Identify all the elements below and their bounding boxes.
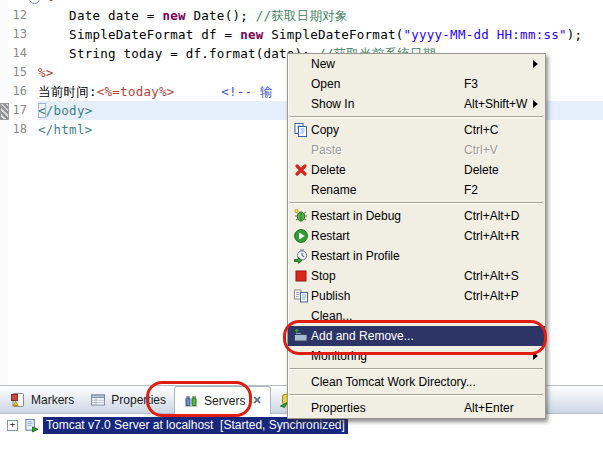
code-line-13[interactable]: SimpleDateFormat df = new SimpleDateForm…: [38, 25, 603, 44]
no-icon: [291, 400, 311, 416]
no-icon: [291, 308, 311, 324]
menu-item-label: Restart in Debug: [311, 209, 401, 223]
no-icon: [291, 96, 311, 112]
menu-item-label: Open: [311, 77, 340, 91]
line-number-16: 16: [8, 82, 30, 101]
publish-icon: [291, 288, 311, 304]
restart-profile-icon: [291, 248, 311, 264]
menu-item-shortcut: Alt+Enter: [464, 401, 514, 415]
menu-item-clean-tomcat-work-directory[interactable]: Clean Tomcat Work Directory...: [288, 372, 545, 392]
no-icon: [291, 56, 311, 72]
menu-item-monitoring[interactable]: Monitoring: [288, 346, 545, 366]
delete-icon: [291, 162, 311, 178]
restart-icon: [291, 228, 311, 244]
menu-item-properties[interactable]: PropertiesAlt+Enter: [288, 398, 545, 418]
menu-item-add-and-remove[interactable]: Add and Remove...: [288, 326, 545, 346]
submenu-arrow-icon: [533, 60, 538, 68]
eclipse-window: 1112131415161718 <% Date date = new Date…: [0, 0, 603, 476]
code-token: SimpleDateFormat df =: [38, 27, 240, 42]
server-label: Tomcat v7.0 Server at localhost [Started…: [43, 417, 348, 434]
menu-item-label: Add and Remove...: [311, 329, 414, 343]
menu-item-delete[interactable]: DeleteDelete: [288, 160, 545, 180]
menu-item-shortcut: Ctrl+Alt+S: [464, 269, 519, 283]
menu-item-label: Rename: [311, 183, 356, 197]
menu-item-stop[interactable]: StopCtrl+Alt+S: [288, 266, 545, 286]
menu-item-shortcut: Ctrl+Alt+P: [464, 289, 519, 303]
code-token: Date();: [186, 8, 256, 23]
menu-item-shortcut: Ctrl+V: [464, 143, 498, 157]
code-token: SimpleDateFormat(: [264, 27, 404, 42]
restart-debug-icon: [291, 208, 311, 224]
tab-servers[interactable]: Servers✕: [174, 386, 271, 414]
tab-properties[interactable]: Properties: [82, 386, 174, 413]
menu-item-shortcut: Ctrl+C: [464, 123, 498, 137]
menu-item-label: New: [311, 57, 335, 71]
code-token: 当前时间:: [38, 84, 97, 99]
code-token: <%: [38, 0, 54, 4]
no-icon: [291, 374, 311, 390]
code-token: </html>: [38, 122, 92, 137]
menu-item-label: Paste: [311, 143, 342, 157]
menu-item-publish[interactable]: PublishCtrl+Alt+P: [288, 286, 545, 306]
menu-item-open[interactable]: OpenF3: [288, 74, 545, 94]
code-token: /body>: [46, 103, 93, 118]
menu-item-label: Clean...: [311, 309, 352, 323]
code-token: <%=today%>: [97, 84, 175, 99]
tab-close-icon[interactable]: ✕: [252, 394, 261, 407]
code-token: //获取日期对象: [256, 8, 348, 23]
line-number-17: 17: [8, 101, 30, 120]
code-token: <: [38, 103, 46, 118]
line-number-13: 13: [8, 25, 30, 44]
menu-item-label: Publish: [311, 289, 350, 303]
menu-item-shortcut: Delete: [464, 163, 499, 177]
menu-item-shortcut: F2: [464, 183, 478, 197]
menu-item-label: Monitoring: [311, 349, 367, 363]
menu-item-label: Copy: [311, 123, 339, 137]
menu-item-label: Properties: [311, 401, 366, 415]
code-token: %>: [38, 65, 54, 80]
menu-item-copy[interactable]: CopyCtrl+C: [288, 120, 545, 140]
menu-item-restart[interactable]: RestartCtrl+Alt+R: [288, 226, 545, 246]
markers-icon: [10, 392, 26, 408]
server-context-menu: NewOpenF3Show InAlt+Shift+WCopyCtrl+CPas…: [287, 53, 546, 419]
tab-label: Servers: [204, 394, 245, 408]
line-number-15: 15: [8, 63, 30, 82]
code-token: "yyyy-MM-dd HH:mm:ss": [403, 27, 566, 42]
code-line-12[interactable]: Date date = new Date(); //获取日期对象: [38, 6, 603, 25]
menu-item-restart-in-debug[interactable]: Restart in DebugCtrl+Alt+D: [288, 206, 545, 226]
code-token: new: [162, 8, 185, 23]
code-token: Date date =: [38, 8, 162, 23]
copy-icon: [291, 122, 311, 138]
menu-item-new[interactable]: New: [288, 54, 545, 74]
submenu-arrow-icon: [533, 352, 538, 360]
code-token: [175, 84, 222, 99]
annotation-ruler: [0, 0, 8, 385]
stop-icon: [291, 268, 311, 284]
menu-item-clean[interactable]: Clean...: [288, 306, 545, 326]
code-token: new: [240, 27, 263, 42]
menu-item-shortcut: Ctrl+Alt+R: [464, 229, 519, 243]
code-token: <!-- 输: [221, 84, 273, 99]
menu-item-label: Clean Tomcat Work Directory...: [311, 375, 476, 389]
tab-label: Properties: [111, 393, 166, 407]
no-icon: [291, 182, 311, 198]
properties-icon: [90, 392, 106, 408]
servers-icon: [183, 393, 199, 409]
line-number-14: 14: [8, 44, 30, 63]
menu-item-rename[interactable]: RenameF2: [288, 180, 545, 200]
menu-item-restart-in-profile[interactable]: Restart in Profile: [288, 246, 545, 266]
menu-item-label: Restart in Profile: [311, 249, 400, 263]
add-remove-icon: [291, 328, 311, 344]
line-number-gutter: 1112131415161718: [8, 0, 30, 139]
server-node-icon: [24, 418, 39, 433]
menu-item-label: Restart: [311, 229, 350, 243]
menu-item-show-in[interactable]: Show InAlt+Shift+W: [288, 94, 545, 114]
no-icon: [291, 348, 311, 364]
menu-item-label: Delete: [311, 163, 346, 177]
no-icon: [291, 76, 311, 92]
tree-expander-plus[interactable]: +: [7, 420, 18, 431]
menu-item-shortcut: Ctrl+Alt+D: [464, 209, 519, 223]
tab-markers[interactable]: Markers: [2, 386, 82, 413]
line-number-18: 18: [8, 120, 30, 139]
servers-view[interactable]: + Tomcat v7.0 Server at localhost [Start…: [0, 414, 603, 476]
